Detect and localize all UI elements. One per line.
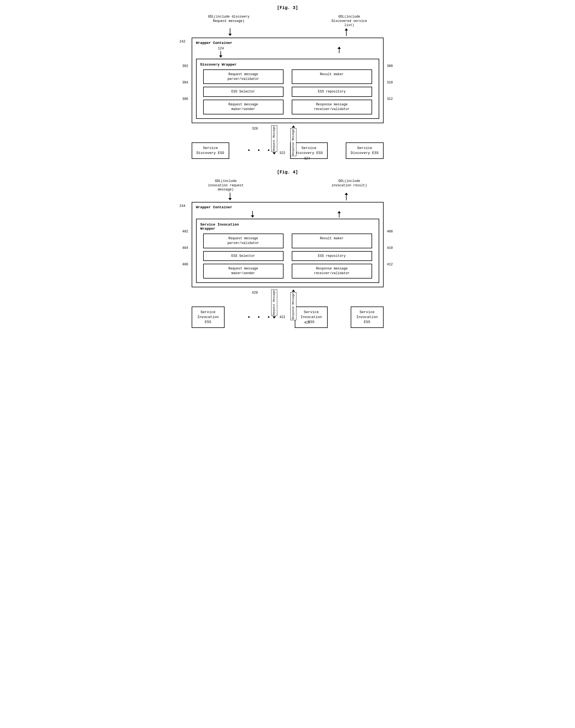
fig3-response-msg-label: Response Message — [291, 128, 296, 156]
fig4-response-msg-label: Response Message — [291, 292, 296, 320]
fig3-wrapper-down-arrow — [219, 51, 223, 58]
fig3-ref-322: 322 — [279, 151, 285, 155]
fig4-ref-422: 422 — [279, 315, 285, 319]
figure-4: [Fig. 4] GDL(include invocation request … — [183, 170, 392, 328]
fig4-ref-424: 424 — [304, 321, 310, 325]
fig4-response-arrow-up — [292, 289, 295, 292]
fig4-component-0: Request message parser/validator — [203, 233, 283, 248]
fig4-ref-404: 404 — [182, 246, 189, 250]
fig3-component-5: Response message receiver/validator — [292, 100, 372, 115]
fig4-wrapper-down-arrow — [251, 211, 254, 218]
fig3-ref-302: 302 — [182, 64, 189, 68]
fig3-dots: • • • — [247, 147, 272, 154]
fig3-gdl-left-arrow — [228, 28, 232, 36]
fig3-request-arrow-down — [273, 152, 276, 155]
figure-3: [Fig. 3] GDL(include discovery Request m… — [183, 5, 392, 159]
fig4-component-5: Response message receiver/validator — [292, 264, 372, 279]
fig3-ref-324: 324 — [304, 157, 310, 161]
fig3-response-arrow-up — [292, 125, 295, 128]
fig3-ref-242: 242 — [179, 40, 185, 44]
fig3-component-3: ESS repository — [292, 87, 372, 97]
fig4-ess-box-2: Service Invocation ESS — [351, 307, 383, 328]
fig3-gdl-left-label: GDL(include discovery Request message) — [208, 15, 249, 28]
fig3-wrapper-up-arrow — [338, 46, 341, 58]
fig4-ess-box-1: Service Invocation ESS — [295, 307, 328, 328]
fig3-ess-box-2: Service Discovery ESS — [346, 143, 383, 159]
fig3-ref-320: 320 — [252, 127, 258, 131]
fig4-title: [Fig. 4] — [183, 170, 392, 175]
fig4-ref-406: 406 — [182, 263, 189, 266]
fig3-gdl-right-arrow — [345, 28, 348, 36]
fig3-gdl-right-label: GDL(include Discovered service list) — [332, 15, 367, 28]
fig4-ref-410: 410 — [387, 246, 393, 250]
fig4-component-3: ESS repository — [292, 251, 372, 261]
fig3-component-2: ESS Selector — [203, 87, 283, 97]
fig3-inner-wrapper-label: Discovery Wrapper — [200, 63, 375, 67]
fig3-component-4: Request message maker/sender — [203, 100, 283, 115]
fig3-ref-124: 124 — [218, 46, 224, 51]
fig4-gdl-right-label: GDL(include invocation result) — [332, 179, 367, 192]
fig3-ref-304: 304 — [182, 81, 189, 85]
fig4-inner-wrapper-label: Service Invocation Wrapper — [200, 223, 375, 231]
fig3-ref-306: 306 — [182, 97, 189, 101]
fig3-ref-308: 308 — [387, 64, 393, 68]
fig4-ess-box-0: Service Invocation ESS — [192, 307, 225, 328]
fig3-ess-box-0: Service Discovery ESS — [192, 143, 229, 159]
fig4-ref-408: 408 — [387, 230, 393, 233]
fig4-ref-244: 244 — [179, 204, 185, 208]
fig3-component-1: Result maker — [292, 69, 372, 84]
fig4-outer-box-label: Wrapper Container — [196, 205, 379, 210]
fig3-ref-310: 310 — [387, 81, 393, 85]
fig3-component-0: Request message parser/validator — [203, 69, 283, 84]
fig3-outer-box-label: Wrapper Container — [196, 41, 379, 45]
fig4-component-2: ESS Selector — [203, 251, 283, 261]
fig4-gdl-left-arrow — [228, 193, 232, 200]
fig4-gdl-right-arrow — [345, 193, 348, 200]
fig4-ref-420: 420 — [252, 291, 258, 295]
fig3-title: [Fig. 3] — [183, 5, 392, 10]
fig4-ref-412: 412 — [387, 263, 393, 266]
fig4-wrapper-up-arrow — [338, 211, 341, 218]
fig4-gdl-left-label: GDL(include invocation request message) — [208, 179, 244, 192]
fig4-component-4: Request message maker/sender — [203, 264, 283, 279]
fig4-request-arrow-down — [273, 316, 276, 319]
fig3-request-msg-label: Request Message — [271, 125, 277, 152]
fig4-dots: • • • — [247, 314, 272, 320]
fig4-component-1: Result maker — [292, 233, 372, 248]
fig4-ref-402: 402 — [182, 230, 189, 233]
fig4-request-msg-label: Request Message — [271, 289, 277, 316]
fig3-ref-312: 312 — [387, 97, 393, 101]
